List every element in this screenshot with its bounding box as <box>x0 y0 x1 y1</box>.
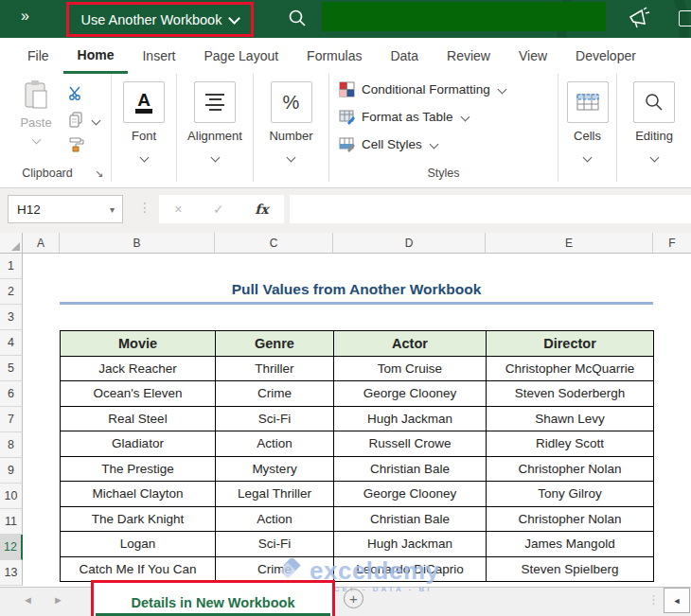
cell-styles-button[interactable]: Cell Styles <box>339 136 437 152</box>
paste-button[interactable]: Paste <box>13 79 59 147</box>
format-painter-icon[interactable] <box>68 136 85 156</box>
table-cell[interactable]: Tom Cruise <box>334 356 487 381</box>
search-icon[interactable] <box>287 8 308 32</box>
row-header-13[interactable]: 13 <box>0 560 23 586</box>
table-cell[interactable]: Christopher Nolan <box>487 506 654 532</box>
table-cell[interactable]: Sci-Fi <box>216 532 334 557</box>
table-header-movie[interactable]: Movie <box>61 331 216 357</box>
formula-bar-grip-icon[interactable]: ⋮ <box>138 200 151 215</box>
table-header-actor[interactable]: Actor <box>334 331 487 357</box>
name-box[interactable]: H12 ▾ <box>8 195 123 223</box>
workbook-title-annotation[interactable]: Use Another Workbook <box>66 2 254 37</box>
table-header-genre[interactable]: Genre <box>216 331 334 357</box>
enter-icon[interactable]: ✓ <box>213 202 224 217</box>
table-cell[interactable]: Logan <box>61 532 216 557</box>
row-header-8[interactable]: 8 <box>0 432 23 458</box>
table-cell[interactable]: Legal Thriller <box>216 482 334 507</box>
table-cell[interactable]: Action <box>216 506 334 532</box>
alignment-group[interactable]: Alignment <box>177 74 254 182</box>
table-cell[interactable]: James Mangold <box>487 532 654 557</box>
column-header-a[interactable]: A <box>23 233 60 254</box>
insert-function-icon[interactable]: fx <box>255 202 268 217</box>
table-cell[interactable]: The Dark Knight <box>61 506 216 532</box>
format-as-table-button[interactable]: Format as Table <box>339 109 469 125</box>
sheet-tab-annotation[interactable]: Details in New Workbook <box>91 580 335 616</box>
copy-chevron-icon[interactable] <box>92 116 101 126</box>
tab-home[interactable]: Home <box>63 38 129 74</box>
column-header-b[interactable]: B <box>60 233 215 254</box>
tab-developer[interactable]: Developer <box>561 38 650 74</box>
table-cell[interactable]: George Clooney <box>334 482 487 507</box>
table-cell[interactable]: Mystery <box>216 456 334 482</box>
conditional-formatting-button[interactable]: Conditional Formatting <box>339 81 505 97</box>
row-header-7[interactable]: 7 <box>0 407 23 432</box>
table-cell[interactable]: George Clooney <box>334 381 487 407</box>
column-header-f[interactable]: F <box>653 233 691 254</box>
table-cell[interactable]: Steven Spielberg <box>487 556 654 582</box>
column-header-d[interactable]: D <box>333 233 486 254</box>
name-box-dropdown-icon[interactable]: ▾ <box>110 204 122 215</box>
table-cell[interactable]: Christopher Nolan <box>487 456 654 482</box>
search-box-redacted[interactable] <box>322 2 606 31</box>
sheet-nav-right-icon[interactable]: ► <box>53 594 63 606</box>
tab-insert[interactable]: Insert <box>128 38 189 74</box>
new-sheet-button[interactable]: + <box>344 589 363 608</box>
tab-review[interactable]: Review <box>433 38 505 74</box>
table-cell[interactable]: Shawn Levy <box>487 406 654 431</box>
tab-bar-grip-icon[interactable]: ⋮ <box>647 592 660 607</box>
table-cell[interactable]: Christian Bale <box>334 456 487 482</box>
tab-data[interactable]: Data <box>376 38 433 74</box>
table-cell[interactable]: Russell Crowe <box>334 431 487 457</box>
row-header-4[interactable]: 4 <box>0 330 23 356</box>
tab-page-layout[interactable]: Page Layout <box>189 38 292 74</box>
table-cell[interactable]: Real Steel <box>61 406 216 431</box>
column-header-c[interactable]: C <box>215 233 333 254</box>
table-cell[interactable]: Christian Bale <box>334 506 487 532</box>
row-header-5[interactable]: 5 <box>0 356 23 381</box>
clipboard-dialog-launcher-icon[interactable]: ↘ <box>95 167 103 180</box>
tab-view[interactable]: View <box>505 38 561 74</box>
cut-icon[interactable] <box>68 85 84 105</box>
table-cell[interactable]: The Prestige <box>61 456 216 482</box>
table-cell[interactable]: Catch Me If You Can <box>61 556 216 582</box>
tab-formulas[interactable]: Formulas <box>292 38 376 74</box>
column-header-e[interactable]: E <box>486 233 653 254</box>
select-all-corner[interactable] <box>0 233 23 254</box>
table-cell[interactable]: Hugh Jackman <box>334 532 487 557</box>
table-cell[interactable]: Tony Gilroy <box>487 482 654 507</box>
row-header-1[interactable]: 1 <box>0 254 23 279</box>
row-header-2[interactable]: 2 <box>0 279 23 305</box>
table-cell[interactable]: Thriller <box>216 356 334 381</box>
table-cell[interactable]: Michael Clayton <box>61 482 216 507</box>
editing-group[interactable]: Editing <box>617 74 691 182</box>
table-cell[interactable]: Action <box>216 431 334 457</box>
table-header-director[interactable]: Director <box>487 331 654 357</box>
cancel-icon[interactable]: × <box>174 202 182 217</box>
sheet-tab-label[interactable]: Details in New Workbook <box>96 595 330 616</box>
copy-icon[interactable] <box>68 112 83 132</box>
window-icon-partial[interactable] <box>679 10 691 26</box>
table-cell[interactable]: Crime <box>216 381 334 407</box>
table-cell[interactable]: Sci-Fi <box>216 406 334 431</box>
table-cell[interactable]: Ridley Scott <box>487 431 654 457</box>
tab-file[interactable]: File <box>13 38 63 74</box>
row-header-10[interactable]: 10 <box>0 484 23 509</box>
hscroll-left-arrow[interactable]: ◄ <box>664 588 690 613</box>
table-cell[interactable]: Hugh Jackman <box>334 406 487 431</box>
table-cell[interactable]: Christopher McQuarrie <box>487 356 654 381</box>
quick-access-overflow-icon[interactable]: » <box>21 8 29 25</box>
megaphone-icon[interactable] <box>626 7 650 35</box>
sheet-nav-left-icon[interactable]: ◄ <box>23 594 33 606</box>
table-cell[interactable]: Gladiator <box>61 431 216 457</box>
number-group[interactable]: % Number <box>254 74 329 182</box>
table-cell[interactable]: Jack Reacher <box>61 356 216 381</box>
row-header-6[interactable]: 6 <box>0 381 23 407</box>
row-header-9[interactable]: 9 <box>0 458 23 484</box>
row-header-11[interactable]: 11 <box>0 509 23 535</box>
row-header-3[interactable]: 3 <box>0 305 23 330</box>
formula-input[interactable] <box>290 195 691 223</box>
row-header-12[interactable]: 12 <box>0 535 23 560</box>
cells-group[interactable]: Cells <box>558 74 617 182</box>
table-cell[interactable]: Steven Soderbergh <box>487 381 654 407</box>
font-group[interactable]: A Font <box>112 74 177 182</box>
